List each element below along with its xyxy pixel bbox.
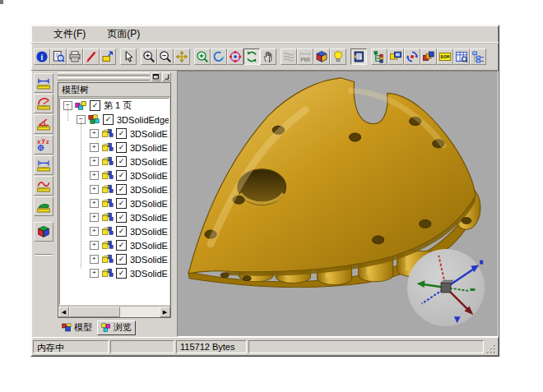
tab-label: 浏览 [114, 321, 132, 334]
view-cube-button[interactable] [313, 48, 330, 65]
node-label[interactable]: 3DSolidE. [130, 185, 169, 195]
measure-curve-button[interactable] [34, 176, 53, 196]
info-icon [35, 50, 49, 63]
node-label[interactable]: 3DSolidE. [130, 157, 169, 167]
bom-button[interactable] [437, 48, 453, 65]
node-checkbox[interactable]: ✓ [116, 128, 127, 139]
node-checkbox[interactable]: ✓ [116, 254, 127, 265]
measure-distance-button[interactable] [34, 155, 53, 175]
model-tree[interactable]: −✓第 1 页−✓3DSolidEdge.+✓3DSolidE.+✓3DSoli… [59, 98, 169, 305]
pan-button[interactable] [174, 48, 190, 65]
measure-toolbar [31, 71, 56, 337]
expand-box[interactable]: + [90, 255, 99, 264]
hscroll-right-button[interactable]: ▶ [160, 307, 170, 317]
structure-tree-button[interactable] [470, 48, 486, 65]
zoom-out-button[interactable] [157, 48, 174, 65]
part-node-icon [101, 226, 114, 237]
node-label[interactable]: 3DSolidE. [130, 171, 169, 181]
export-button[interactable] [100, 48, 116, 65]
rotate-view-button[interactable] [227, 48, 244, 65]
expand-box[interactable]: + [90, 129, 99, 138]
zoom-in-button[interactable] [141, 48, 157, 65]
hscroll-thumb[interactable] [69, 307, 120, 317]
print-preview-button[interactable] [50, 48, 67, 65]
node-checkbox[interactable]: ✓ [116, 226, 127, 237]
measure-radius-button[interactable] [34, 94, 53, 113]
node-checkbox[interactable]: ✓ [116, 212, 127, 223]
tab-label: 模型 [74, 321, 92, 334]
node-label[interactable]: 3DSolidE. [130, 269, 169, 279]
node-checkbox[interactable]: ✓ [116, 198, 127, 209]
expand-box[interactable]: + [90, 143, 99, 152]
tab-model[interactable]: 模型 [58, 321, 95, 335]
part-node-icon [101, 142, 114, 153]
orientation-ball[interactable] [404, 246, 488, 330]
node-label[interactable]: 3DSolidE. [130, 255, 169, 265]
node-label[interactable]: 3DSolidE. [130, 199, 169, 209]
expand-box[interactable]: + [90, 213, 99, 222]
expand-box[interactable]: + [90, 185, 99, 194]
parts-button[interactable] [420, 48, 437, 65]
expand-box[interactable]: + [90, 157, 99, 166]
info-button[interactable] [34, 48, 50, 65]
measure-angle-button[interactable] [34, 114, 53, 134]
panel-hide-button[interactable] [162, 72, 171, 81]
expand-box[interactable]: + [90, 241, 99, 250]
orbit-button[interactable] [211, 48, 227, 65]
node-label[interactable]: 3DSolidE. [130, 227, 169, 237]
node-checkbox[interactable]: ✓ [116, 240, 127, 251]
update-button[interactable] [404, 48, 420, 65]
measure-area-button[interactable] [34, 196, 53, 216]
markup-pen-button[interactable] [83, 48, 100, 65]
snapshot-button[interactable] [388, 48, 404, 65]
measure-volume-button[interactable] [34, 222, 53, 242]
tree-guide-line [67, 107, 69, 121]
measure-linear-button[interactable] [34, 73, 53, 93]
spin-button[interactable] [244, 48, 260, 65]
node-label[interactable]: 3DSolidEdge. [117, 115, 169, 125]
panel-grip-handle[interactable] [58, 72, 150, 81]
light-button[interactable] [330, 48, 346, 65]
pmi-button[interactable] [297, 48, 313, 65]
assembly-tree-button[interactable] [371, 48, 388, 65]
zoom-window-button[interactable] [194, 48, 211, 65]
select-cursor-button[interactable] [120, 48, 137, 65]
tree-row: +✓3DSolidE. [60, 141, 169, 154]
table-view-icon [455, 50, 468, 63]
expand-box[interactable]: + [90, 227, 99, 236]
expand-box[interactable]: + [90, 199, 99, 208]
tab-browse[interactable]: 浏览 [97, 321, 136, 335]
node-label[interactable]: 3DSolidE. [130, 241, 169, 251]
pan-hand-button[interactable] [260, 48, 276, 65]
model-tree-panel: 模型树 −✓第 1 页−✓3DSolidEdge.+✓3DSolidE.+✓3D… [56, 71, 173, 337]
node-checkbox[interactable]: ✓ [90, 100, 100, 111]
node-checkbox[interactable]: ✓ [116, 142, 127, 153]
node-label[interactable]: 3DSolidE. [130, 213, 169, 223]
hscroll-track[interactable] [120, 307, 160, 317]
menu-file[interactable]: 文件(F) [51, 26, 88, 42]
node-label[interactable]: 第 1 页 [104, 99, 132, 112]
notebook-button[interactable] [350, 48, 367, 65]
hscroll-left-button[interactable]: ◀ [58, 307, 69, 317]
table-view-button[interactable] [453, 48, 470, 65]
measure-area-icon [36, 199, 51, 214]
expand-box[interactable]: + [90, 269, 99, 278]
toolbar-group [371, 48, 486, 65]
print-button[interactable] [67, 48, 83, 65]
node-checkbox[interactable]: ✓ [103, 114, 114, 125]
tree-row: +✓3DSolidE. [60, 154, 169, 168]
node-checkbox[interactable]: ✓ [116, 268, 127, 279]
menu-page[interactable]: 页面(P) [104, 26, 142, 42]
node-checkbox[interactable]: ✓ [116, 184, 127, 195]
node-checkbox[interactable]: ✓ [116, 170, 127, 181]
panel-float-button[interactable] [151, 72, 160, 81]
resize-grip[interactable] [485, 344, 497, 355]
section-button[interactable] [281, 48, 297, 65]
expand-box[interactable]: + [90, 171, 99, 180]
node-checkbox[interactable]: ✓ [116, 156, 127, 167]
node-label[interactable]: 3DSolidE. [130, 129, 169, 139]
node-label[interactable]: 3DSolidE. [130, 143, 169, 153]
panel-grip-bar[interactable] [56, 71, 173, 82]
measure-coordinate-button[interactable] [34, 135, 53, 154]
viewport-3d[interactable] [177, 71, 499, 337]
